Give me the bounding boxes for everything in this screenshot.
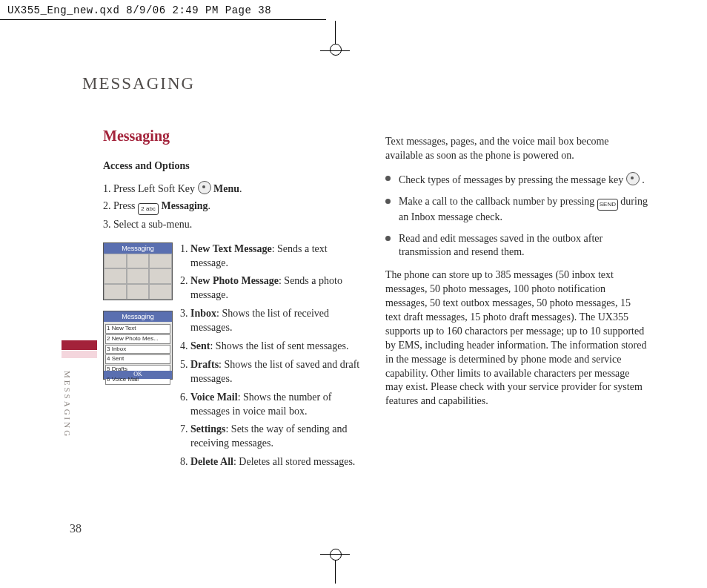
submenu-7: Settings: Sets the way of sending and re… — [190, 423, 366, 451]
trim-mark-bottom — [335, 554, 336, 584]
submenu-8: Delete All: Deletes all stored messages. — [190, 455, 366, 469]
bullet-1a: Check types of messages by pressing the … — [399, 174, 626, 185]
submenu-3: Inbox: Shows the list of received messag… — [190, 307, 366, 335]
submenu-1-title: New Text Message — [190, 243, 272, 254]
submenu-6: Voice Mail: Shows the number of messages… — [190, 391, 366, 419]
thumb-row-2: 2 New Photo Mes... — [105, 334, 170, 344]
step-3: 3. Select a sub-menu. — [103, 218, 366, 232]
print-job-header: UX355_Eng_new.qxd 8/9/06 2:49 PM Page 38 — [7, 4, 271, 16]
bullet-3: Read and edit messages saved in the outb… — [385, 232, 648, 260]
submenu-8-title: Delete All — [190, 456, 233, 467]
submenu-8-desc: : Deletes all stored messages. — [233, 456, 355, 467]
keypad-2-icon: 2 abc — [138, 203, 159, 215]
submenu-5: Drafts: Shows the list of saved and draf… — [190, 358, 366, 386]
right-paragraph: The phone can store up to 385 messages (… — [385, 268, 648, 409]
step-1: 1. Press Left Soft Key Menu. — [103, 181, 366, 196]
submenu-5-title: Drafts — [190, 359, 219, 370]
side-tab-accent — [62, 340, 97, 350]
submenu-4: Sent: Shows the list of sent messages. — [190, 340, 366, 354]
trim-mark-top — [335, 21, 336, 50]
right-column: Text messages, pages, and the voice mail… — [385, 126, 648, 417]
submenu-4-desc: : Shows the list of sent messages. — [210, 340, 348, 351]
bullet-list: Check types of messages by pressing the … — [385, 172, 648, 260]
message-key-icon — [626, 172, 640, 185]
thumb-title: Messaging — [104, 243, 172, 254]
sub-heading: Access and Options — [103, 159, 366, 174]
phone-screenshots: Messaging Messaging 1 New Text 2 New Pho… — [103, 242, 171, 390]
side-vertical-label: MESSAGING — [63, 371, 72, 438]
page-number: 38 — [70, 522, 82, 535]
phone-screenshot-list: Messaging 1 New Text 2 New Photo Mes... … — [103, 311, 173, 380]
submenu-1: New Text Message: Sends a text message. — [190, 242, 366, 271]
thumb-row-1: 1 New Text — [105, 324, 170, 334]
thumb-row-4: 4 Sent — [105, 354, 170, 364]
header-rule — [0, 19, 326, 20]
submenu-7-title: Settings — [190, 423, 225, 435]
submenu-2: New Photo Message: Sends a photo message… — [190, 274, 366, 303]
thumb-title-2: Messaging — [104, 311, 172, 322]
step-1-menu: Menu — [213, 183, 239, 194]
bullet-1: Check types of messages by pressing the … — [385, 172, 648, 188]
page-title: MESSAGING — [82, 74, 195, 93]
step-2-messaging: Messaging — [162, 200, 208, 211]
right-intro: Text messages, pages, and the voice mail… — [385, 135, 648, 163]
thumb-row-3: 3 Inbox — [105, 345, 170, 354]
step-2-text-a: 2. Press — [103, 200, 138, 211]
step-1-text-a: 1. Press Left Soft Key — [103, 183, 198, 194]
section-heading: Messaging — [103, 126, 366, 146]
submenu-3-title: Inbox — [190, 308, 216, 319]
side-tab-accent-light — [62, 351, 97, 358]
submenu-2-title: New Photo Message — [190, 275, 279, 286]
submenu-4-title: Sent — [190, 340, 210, 351]
step-2: 2. Press 2 abc Messaging. — [103, 199, 366, 215]
left-column: Messaging Access and Options 1. Press Le… — [103, 126, 366, 474]
send-key-icon: SEND — [597, 199, 618, 211]
bullet-1b: . — [642, 174, 645, 185]
bullet-2: Make a call to the callback number by pr… — [385, 195, 648, 225]
submenu-6-title: Voice Mail — [190, 392, 238, 403]
bullet-2a: Make a call to the callback number by pr… — [399, 196, 597, 207]
phone-screenshot-grid: Messaging — [103, 242, 173, 300]
softkey-icon — [198, 181, 211, 194]
